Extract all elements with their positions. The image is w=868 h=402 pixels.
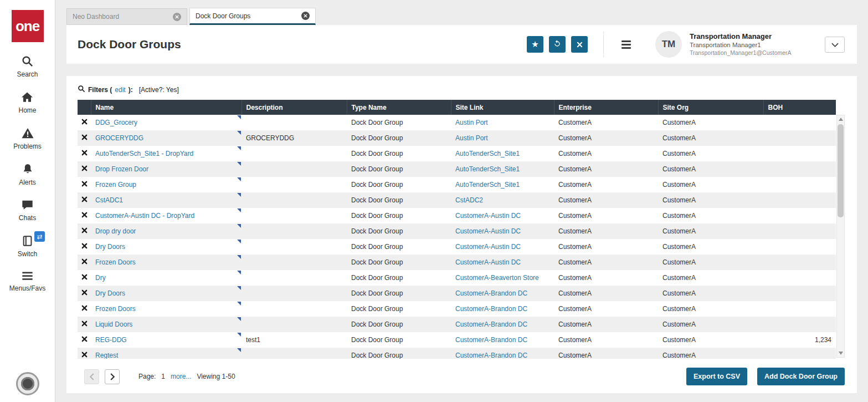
site-link[interactable]: CustomerA-Brandon DC [455,305,527,313]
smart-link-triangle-icon[interactable] [237,177,241,181]
column-header-type-name[interactable]: Type Name [347,100,451,115]
smart-link-triangle-icon[interactable] [237,317,241,321]
scroll-up-arrow-icon[interactable] [837,115,844,123]
next-page-button[interactable] [105,369,120,384]
smart-link-triangle-icon[interactable] [237,193,241,197]
row-delete-button[interactable] [78,223,91,239]
vertical-scrollbar[interactable] [836,115,845,358]
smart-link-triangle-icon[interactable] [237,146,241,150]
smart-link-triangle-icon[interactable] [237,115,241,119]
site-link[interactable]: CustomerA-Brandon DC [455,352,527,359]
smart-link-triangle-icon[interactable] [237,131,241,135]
name-link[interactable]: Frozen Doors [95,305,136,313]
previous-page-button[interactable] [84,369,99,384]
site-link[interactable]: CustomerA-Austin DC [455,243,521,251]
name-link[interactable]: Frozen Doors [95,258,136,266]
smart-link-triangle-icon[interactable] [237,255,241,259]
scrollbar-thumb[interactable] [838,124,844,217]
site-link[interactable]: CustomerA-Austin DC [455,227,521,235]
column-header-description[interactable]: Description [242,100,347,115]
name-link[interactable]: Regtest [95,352,118,359]
site-link[interactable]: CustomerA-Beaverton Store [455,274,539,282]
name-link[interactable]: CstADC1 [95,196,123,204]
row-delete-button[interactable] [78,239,91,255]
sidebar-item-search[interactable]: Search [17,55,38,78]
smart-link-triangle-icon[interactable] [237,302,241,306]
row-delete-button[interactable] [78,286,91,301]
smart-link-triangle-icon[interactable] [237,286,241,290]
favorite-star-button[interactable]: ★ [527,36,543,53]
site-link[interactable]: CustomerA-Brandon DC [455,289,527,297]
row-delete-button[interactable] [78,301,91,317]
export-to-csv-button[interactable]: Export to CSV [686,368,747,385]
row-delete-button[interactable] [78,255,91,270]
more-pages-link[interactable]: more... [171,373,191,380]
user-avatar[interactable]: TM [655,31,682,58]
column-header-boh[interactable]: BOH [763,100,836,115]
name-link[interactable]: DDG_Grocery [95,119,137,126]
name-link[interactable]: Liquid Doors [95,320,132,328]
tab-close-icon[interactable] [301,12,310,20]
name-link[interactable]: Frozen Group [95,181,136,189]
site-link[interactable]: Austin Port [455,119,488,126]
smart-link-triangle-icon[interactable] [237,208,241,212]
site-link[interactable]: CustomerA-Austin DC [455,212,521,220]
name-link[interactable]: GROCERYDDG [95,134,143,142]
row-delete-button[interactable] [78,192,91,208]
tab-close-icon[interactable] [173,13,181,21]
name-link[interactable]: Dry Doors [95,289,125,297]
row-delete-button[interactable] [78,115,91,130]
capture-lens-button[interactable] [16,372,39,395]
sidebar-item-switch[interactable]: ⇄ Switch [18,235,37,258]
name-link[interactable]: Drop dry door [95,227,136,235]
user-menu-chevron-button[interactable] [825,37,845,53]
row-delete-button[interactable] [78,208,91,223]
column-header-name[interactable]: Name [91,100,242,115]
row-delete-button[interactable] [78,146,91,161]
name-link[interactable]: REG-DDG [95,336,127,344]
tab-neo-dashboard[interactable]: Neo Dashboard [66,8,187,25]
name-link[interactable]: Drop Frozen Door [95,165,148,173]
smart-link-triangle-icon[interactable] [237,240,241,243]
row-delete-button[interactable] [78,161,91,177]
site-link[interactable]: CustomerA-Brandon DC [455,336,527,344]
sidebar-item-chats[interactable]: Chats [19,199,36,222]
refresh-button[interactable] [549,36,566,53]
column-header-enterprise[interactable]: Enterprise [554,100,658,115]
site-link[interactable]: Austin Port [455,134,488,142]
add-dock-door-group-button[interactable]: Add Dock Door Group [757,368,845,385]
smart-link-triangle-icon[interactable] [237,271,241,274]
row-delete-button[interactable] [78,177,91,192]
sidebar-item-problems[interactable]: Problems [13,127,42,150]
scroll-down-arrow-icon[interactable] [837,349,844,357]
smart-link-triangle-icon[interactable] [237,162,241,166]
one-logo[interactable]: one [12,10,44,42]
row-delete-button[interactable] [78,270,91,286]
sidebar-item-home[interactable]: Home [18,91,36,114]
site-link[interactable]: CustomerA-Austin DC [455,258,521,266]
name-link[interactable]: CustomerA-Austin DC - DropYard [95,212,194,220]
site-link[interactable]: CstADC2 [455,196,483,204]
row-delete-button[interactable] [78,332,91,348]
tab-dock-door-groups[interactable]: Dock Door Groups [189,8,316,25]
sidebar-item-menus-favs[interactable]: Menus/Favs [9,271,45,292]
smart-link-triangle-icon[interactable] [237,224,241,228]
column-header-site-org[interactable]: Site Org [658,100,763,115]
site-link[interactable]: CustomerA-Brandon DC [455,320,527,328]
close-screen-button[interactable] [571,36,588,53]
site-link[interactable]: AutoTenderSch_Site1 [455,150,520,157]
smart-link-triangle-icon[interactable] [237,333,241,337]
row-delete-button[interactable] [78,130,91,146]
sidebar-item-alerts[interactable]: Alerts [19,163,36,186]
name-link[interactable]: Dry [95,274,106,282]
site-link[interactable]: AutoTenderSch_Site1 [455,165,520,173]
row-delete-button[interactable] [78,348,91,359]
name-link[interactable]: Dry Doors [95,243,125,251]
smart-link-triangle-icon[interactable] [237,348,241,352]
row-delete-button[interactable] [78,317,91,332]
header-menu-button[interactable] [618,37,634,52]
column-header-site-link[interactable]: Site Link [451,100,554,115]
site-link[interactable]: AutoTenderSch_Site1 [455,181,520,189]
name-link[interactable]: AutoTenderSch_Site1 - DropYard [95,150,193,157]
filters-edit-link[interactable]: edit [115,86,125,94]
